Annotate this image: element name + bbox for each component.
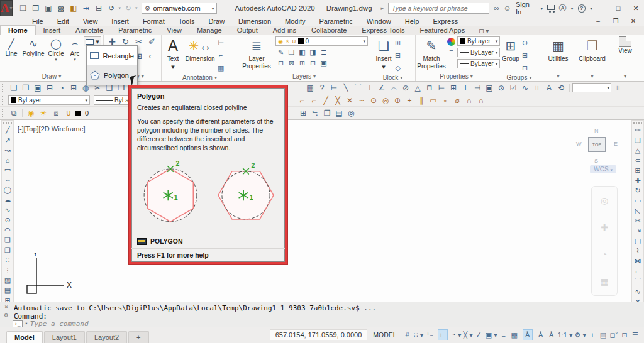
status-icon[interactable]: ╳ ▾ bbox=[462, 330, 473, 340]
toolbar-icon[interactable]: ⊂ bbox=[633, 156, 643, 165]
bulb-icon[interactable]: ◉ bbox=[25, 109, 36, 117]
viewport-freeze-icon[interactable]: ⧈ bbox=[50, 109, 62, 117]
viewcube-east[interactable]: E bbox=[614, 141, 618, 147]
toolbar-icon[interactable]: ╳ bbox=[332, 96, 343, 105]
export-icon[interactable]: ⇥ bbox=[80, 4, 91, 13]
search-icon[interactable]: ∞ bbox=[494, 4, 499, 13]
layer-tool-icon[interactable]: ≣ bbox=[318, 47, 329, 58]
toolbar-grip[interactable] bbox=[2, 96, 5, 105]
menu-item[interactable]: Modify bbox=[278, 18, 312, 25]
toolbar-icon[interactable]: ↗ bbox=[3, 136, 13, 144]
annotation-mini-icon[interactable]: ⌐ bbox=[218, 50, 224, 61]
toolbar-icon[interactable]: Ⅰ bbox=[460, 84, 471, 92]
viewcube[interactable]: N W E S TOP bbox=[575, 126, 619, 165]
apps-dropdown-icon[interactable]: ▾ bbox=[571, 6, 574, 11]
ribbon-tab[interactable]: Insert bbox=[36, 26, 69, 35]
toolbar-icon[interactable]: ❑ bbox=[633, 136, 643, 144]
toolbar-icon[interactable]: ⊞ bbox=[68, 84, 79, 92]
toolbar-icon[interactable]: ⌒ bbox=[633, 276, 643, 286]
status-icon[interactable]: ⁺₋ bbox=[425, 330, 435, 340]
toolbar-icon[interactable]: ▨ bbox=[3, 276, 13, 285]
toolbar-icon[interactable]: ◔ bbox=[56, 84, 67, 92]
layer-properties-button[interactable]: ≣ Layer Properties bbox=[240, 36, 273, 72]
rectangle-dropdown-icon[interactable]: ▾ bbox=[96, 38, 99, 46]
toolbar-grip[interactable] bbox=[3, 122, 12, 124]
match-properties-button[interactable]: ✎ Match Properties bbox=[418, 36, 445, 72]
toolbar-icon[interactable]: ▫ bbox=[440, 96, 451, 105]
redo-dropdown-icon[interactable]: ▾ bbox=[135, 6, 138, 11]
toolbar-icon[interactable]: ╲ bbox=[340, 84, 352, 92]
layer-previous-icon[interactable]: ⧉ bbox=[8, 109, 19, 117]
toolbar-icon[interactable]: ⊨ bbox=[436, 84, 447, 92]
search-input[interactable] bbox=[388, 3, 489, 14]
annotation-visibility-toggle[interactable]: Å bbox=[523, 329, 533, 340]
arc-tool[interactable]: ⌢ Arc ▾ bbox=[66, 36, 84, 72]
layer-tool-icon[interactable]: ⊞ bbox=[297, 58, 308, 68]
toolbar-icon[interactable]: ⊥ bbox=[364, 84, 375, 92]
navigation-icon[interactable]: ▦ bbox=[599, 276, 610, 286]
toolbar-icon[interactable]: ⌗ bbox=[531, 84, 543, 92]
chevron-down-icon[interactable]: ▾ bbox=[25, 321, 28, 326]
menu-item[interactable]: Dimension bbox=[231, 18, 278, 25]
circle-dropdown-icon[interactable]: ▾ bbox=[55, 57, 57, 62]
dim-style-combo[interactable]: ▾ bbox=[572, 83, 611, 92]
toolbar-icon[interactable]: ⇥ bbox=[633, 227, 643, 235]
minimize-button[interactable]: – bbox=[592, 2, 609, 14]
ribbon-tab[interactable]: Add-ins bbox=[265, 26, 304, 35]
toolbar-icon[interactable]: ⊙ bbox=[496, 84, 507, 92]
viewcube-north[interactable]: N bbox=[594, 128, 599, 134]
menu-item[interactable]: Insert bbox=[104, 18, 136, 25]
dimension-tool[interactable]: ✳↔ Dimension bbox=[182, 36, 218, 74]
undo-icon[interactable]: ↺ bbox=[106, 4, 116, 13]
status-icon[interactable]: ⊡ bbox=[619, 330, 630, 340]
toolbar-icon[interactable]: ∷ bbox=[3, 256, 13, 264]
doc-minimize-button[interactable]: – bbox=[590, 17, 606, 26]
menu-item[interactable]: Tools bbox=[172, 18, 202, 25]
toolbar-icon[interactable]: ⊘ bbox=[400, 84, 411, 92]
status-icon[interactable]: ◻˚ bbox=[609, 330, 619, 340]
toolbar-icon[interactable]: ✂ bbox=[633, 217, 643, 225]
toolbar-icon[interactable]: ∿ bbox=[633, 288, 643, 296]
toolbar-icon[interactable]: ◎ bbox=[380, 96, 391, 105]
layer-tool-icon[interactable]: ❏ bbox=[286, 47, 297, 58]
layout-tab[interactable]: + bbox=[128, 331, 148, 343]
toolbar-icon[interactable]: ⌐ bbox=[308, 96, 319, 105]
navigation-icon[interactable]: ◎ bbox=[599, 195, 610, 205]
toolbar-icon[interactable]: ☑ bbox=[508, 84, 519, 92]
toolbar-icon[interactable]: ❐ bbox=[3, 246, 13, 254]
status-icon[interactable]: ▤ bbox=[598, 330, 608, 340]
color-control-combo[interactable]: ByLayer ▾ bbox=[8, 95, 90, 105]
status-icon[interactable]: ⚙ ▾ bbox=[574, 330, 587, 340]
toolbar-icon[interactable]: ✕ bbox=[344, 96, 355, 105]
clipboard-button[interactable]: ❐ Clipboard bbox=[577, 36, 607, 72]
clipboard-panel-label[interactable]: ▾ bbox=[575, 72, 609, 81]
workspace-combo[interactable]: ⚙ omranweb.com ▾ bbox=[142, 3, 218, 14]
doc-close-button[interactable]: ✕ bbox=[625, 17, 641, 26]
sign-in-dropdown-icon[interactable]: ▾ bbox=[540, 6, 543, 11]
toolbar-icon[interactable]: ┄ bbox=[356, 96, 367, 105]
menu-item[interactable]: Edit bbox=[50, 18, 76, 25]
toolbar-icon[interactable]: ⋮ bbox=[3, 266, 13, 275]
ortho-mode-toggle[interactable]: ∟ bbox=[438, 329, 448, 340]
status-icon[interactable]: ▩ bbox=[509, 330, 519, 340]
menu-item[interactable]: Format bbox=[136, 18, 172, 25]
exchange-apps-icon[interactable]: Ⓐ bbox=[559, 3, 567, 14]
status-icon[interactable]: ∷ ▾ bbox=[413, 330, 425, 340]
ribbon-tab[interactable]: Output bbox=[230, 26, 265, 35]
ribbon-tab[interactable]: Annotate bbox=[68, 26, 111, 35]
toolbar-icon[interactable]: ∠ bbox=[376, 84, 387, 92]
toolbar-icon[interactable]: ∿ bbox=[519, 84, 531, 92]
status-icon[interactable]: ∠ bbox=[474, 330, 484, 340]
toolbar-icon[interactable]: ⌒ bbox=[352, 82, 364, 93]
properties-panel-label[interactable]: Properties ▾ bbox=[416, 72, 497, 81]
toolbar-icon[interactable]: ⊕ bbox=[392, 96, 403, 105]
toolbar-icon[interactable]: ▣ bbox=[32, 84, 43, 92]
toolbar-icon[interactable]: A bbox=[543, 84, 555, 92]
text-tool[interactable]: A Text ▾ bbox=[164, 36, 182, 74]
toolbar-icon[interactable]: ◎ bbox=[345, 109, 357, 117]
annotation-panel-label[interactable]: Annotation ▾ bbox=[162, 74, 238, 81]
toolbar-icon[interactable]: ⌐ bbox=[296, 96, 308, 105]
toolbar-icon[interactable]: ╱ bbox=[3, 126, 13, 134]
doc-restore-button[interactable]: ❐ bbox=[608, 17, 624, 26]
model-space-toggle[interactable]: MODEL bbox=[370, 331, 399, 339]
